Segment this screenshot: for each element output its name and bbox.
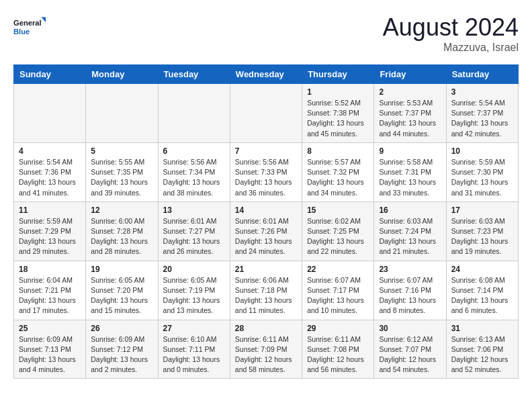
day-number: 5 — [91, 146, 152, 156]
calendar-cell: 12Sunrise: 6:00 AM Sunset: 7:28 PM Dayli… — [86, 201, 158, 261]
calendar-cell: 21Sunrise: 6:06 AM Sunset: 7:18 PM Dayli… — [230, 261, 302, 320]
header-friday: Friday — [374, 65, 446, 84]
header-saturday: Saturday — [446, 65, 518, 84]
day-number: 6 — [163, 146, 225, 156]
calendar-cell: 7Sunrise: 5:56 AM Sunset: 7:33 PM Daylig… — [230, 142, 302, 201]
day-number: 9 — [379, 146, 441, 156]
day-detail: Sunrise: 6:04 AM Sunset: 7:21 PM Dayligh… — [19, 275, 81, 316]
day-number: 27 — [163, 324, 225, 333]
day-detail: Sunrise: 5:56 AM Sunset: 7:33 PM Dayligh… — [235, 157, 297, 198]
header-wednesday: Wednesday — [230, 65, 302, 84]
calendar-cell: 22Sunrise: 6:07 AM Sunset: 7:17 PM Dayli… — [302, 261, 374, 320]
day-number: 22 — [307, 265, 369, 274]
svg-marker-2 — [42, 17, 46, 24]
week-row-4: 18Sunrise: 6:04 AM Sunset: 7:21 PM Dayli… — [14, 261, 519, 320]
day-detail: Sunrise: 6:07 AM Sunset: 7:16 PM Dayligh… — [379, 275, 441, 316]
header-tuesday: Tuesday — [158, 65, 230, 84]
day-number: 12 — [91, 205, 152, 215]
header-row: SundayMondayTuesdayWednesdayThursdayFrid… — [14, 65, 519, 84]
day-detail: Sunrise: 5:58 AM Sunset: 7:31 PM Dayligh… — [379, 157, 441, 198]
calendar-cell — [86, 84, 158, 143]
day-detail: Sunrise: 5:54 AM Sunset: 7:36 PM Dayligh… — [19, 157, 81, 198]
day-number: 16 — [379, 205, 441, 215]
calendar-cell: 9Sunrise: 5:58 AM Sunset: 7:31 PM Daylig… — [374, 142, 446, 201]
day-number: 20 — [163, 265, 225, 274]
day-number: 28 — [235, 324, 297, 333]
week-row-1: 1Sunrise: 5:52 AM Sunset: 7:38 PM Daylig… — [14, 84, 519, 143]
calendar-cell: 30Sunrise: 6:12 AM Sunset: 7:07 PM Dayli… — [374, 320, 446, 379]
calendar-cell: 29Sunrise: 6:11 AM Sunset: 7:08 PM Dayli… — [302, 320, 374, 379]
subtitle: Mazzuva, Israel — [383, 42, 519, 54]
day-number: 19 — [91, 265, 152, 274]
day-number: 21 — [235, 265, 297, 274]
day-number: 7 — [235, 146, 297, 156]
day-detail: Sunrise: 6:06 AM Sunset: 7:18 PM Dayligh… — [235, 275, 297, 316]
svg-text:Blue: Blue — [13, 28, 30, 36]
day-number: 30 — [379, 324, 441, 333]
day-number: 18 — [19, 265, 81, 274]
day-detail: Sunrise: 6:08 AM Sunset: 7:14 PM Dayligh… — [451, 275, 513, 316]
calendar-cell: 17Sunrise: 6:03 AM Sunset: 7:23 PM Dayli… — [446, 201, 518, 261]
header-monday: Monday — [86, 65, 158, 84]
day-detail: Sunrise: 6:13 AM Sunset: 7:06 PM Dayligh… — [451, 334, 513, 375]
week-row-5: 25Sunrise: 6:09 AM Sunset: 7:13 PM Dayli… — [14, 320, 519, 379]
calendar-table: SundayMondayTuesdayWednesdayThursdayFrid… — [13, 64, 519, 379]
calendar-cell: 18Sunrise: 6:04 AM Sunset: 7:21 PM Dayli… — [14, 261, 86, 320]
day-number: 14 — [235, 205, 297, 215]
calendar-cell: 5Sunrise: 5:55 AM Sunset: 7:35 PM Daylig… — [86, 142, 158, 201]
day-number: 10 — [451, 146, 513, 156]
calendar-cell: 31Sunrise: 6:13 AM Sunset: 7:06 PM Dayli… — [446, 320, 518, 379]
day-detail: Sunrise: 5:52 AM Sunset: 7:38 PM Dayligh… — [307, 98, 369, 139]
calendar-cell: 27Sunrise: 6:10 AM Sunset: 7:11 PM Dayli… — [158, 320, 230, 379]
day-number: 13 — [163, 205, 225, 215]
calendar-cell: 20Sunrise: 6:05 AM Sunset: 7:19 PM Dayli… — [158, 261, 230, 320]
day-detail: Sunrise: 5:54 AM Sunset: 7:37 PM Dayligh… — [451, 98, 513, 139]
day-detail: Sunrise: 6:05 AM Sunset: 7:19 PM Dayligh… — [163, 275, 225, 316]
day-detail: Sunrise: 5:55 AM Sunset: 7:35 PM Dayligh… — [91, 157, 152, 198]
calendar-cell: 3Sunrise: 5:54 AM Sunset: 7:37 PM Daylig… — [446, 84, 518, 143]
day-detail: Sunrise: 5:57 AM Sunset: 7:32 PM Dayligh… — [307, 157, 369, 198]
day-detail: Sunrise: 6:07 AM Sunset: 7:17 PM Dayligh… — [307, 275, 369, 316]
calendar-cell: 4Sunrise: 5:54 AM Sunset: 7:36 PM Daylig… — [14, 142, 86, 201]
day-number: 3 — [451, 87, 513, 97]
calendar-cell: 25Sunrise: 6:09 AM Sunset: 7:13 PM Dayli… — [14, 320, 86, 379]
week-row-3: 11Sunrise: 5:59 AM Sunset: 7:29 PM Dayli… — [14, 201, 519, 261]
page-header: General Blue August 2024 Mazzuva, Israel — [13, 13, 519, 54]
day-number: 29 — [307, 324, 369, 333]
day-detail: Sunrise: 6:01 AM Sunset: 7:27 PM Dayligh… — [163, 216, 225, 257]
svg-text:General: General — [13, 19, 42, 27]
day-detail: Sunrise: 6:03 AM Sunset: 7:23 PM Dayligh… — [451, 216, 513, 257]
day-number: 26 — [91, 324, 152, 333]
day-detail: Sunrise: 6:05 AM Sunset: 7:20 PM Dayligh… — [91, 275, 152, 316]
day-detail: Sunrise: 6:11 AM Sunset: 7:09 PM Dayligh… — [235, 334, 297, 375]
calendar-cell — [158, 84, 230, 143]
day-number: 31 — [451, 324, 513, 333]
day-number: 17 — [451, 205, 513, 215]
calendar-cell: 11Sunrise: 5:59 AM Sunset: 7:29 PM Dayli… — [14, 201, 86, 261]
day-detail: Sunrise: 6:09 AM Sunset: 7:12 PM Dayligh… — [91, 334, 152, 375]
day-detail: Sunrise: 6:03 AM Sunset: 7:24 PM Dayligh… — [379, 216, 441, 257]
header-thursday: Thursday — [302, 65, 374, 84]
day-detail: Sunrise: 6:10 AM Sunset: 7:11 PM Dayligh… — [163, 334, 225, 375]
logo-svg: General Blue — [13, 13, 46, 40]
calendar-cell: 2Sunrise: 5:53 AM Sunset: 7:37 PM Daylig… — [374, 84, 446, 143]
calendar-cell: 8Sunrise: 5:57 AM Sunset: 7:32 PM Daylig… — [302, 142, 374, 201]
day-detail: Sunrise: 5:59 AM Sunset: 7:29 PM Dayligh… — [19, 216, 81, 257]
title-block: August 2024 Mazzuva, Israel — [383, 13, 519, 54]
calendar-cell: 15Sunrise: 6:02 AM Sunset: 7:25 PM Dayli… — [302, 201, 374, 261]
main-title: August 2024 — [383, 13, 519, 42]
day-number: 24 — [451, 265, 513, 274]
day-detail: Sunrise: 6:12 AM Sunset: 7:07 PM Dayligh… — [379, 334, 441, 375]
calendar-cell: 14Sunrise: 6:01 AM Sunset: 7:26 PM Dayli… — [230, 201, 302, 261]
day-detail: Sunrise: 6:00 AM Sunset: 7:28 PM Dayligh… — [91, 216, 152, 257]
day-detail: Sunrise: 5:56 AM Sunset: 7:34 PM Dayligh… — [163, 157, 225, 198]
day-number: 11 — [19, 205, 81, 215]
calendar-cell: 10Sunrise: 5:59 AM Sunset: 7:30 PM Dayli… — [446, 142, 518, 201]
day-detail: Sunrise: 6:11 AM Sunset: 7:08 PM Dayligh… — [307, 334, 369, 375]
calendar-cell: 16Sunrise: 6:03 AM Sunset: 7:24 PM Dayli… — [374, 201, 446, 261]
day-number: 4 — [19, 146, 81, 156]
calendar-cell: 24Sunrise: 6:08 AM Sunset: 7:14 PM Dayli… — [446, 261, 518, 320]
calendar-cell: 6Sunrise: 5:56 AM Sunset: 7:34 PM Daylig… — [158, 142, 230, 201]
day-number: 23 — [379, 265, 441, 274]
day-number: 8 — [307, 146, 369, 156]
